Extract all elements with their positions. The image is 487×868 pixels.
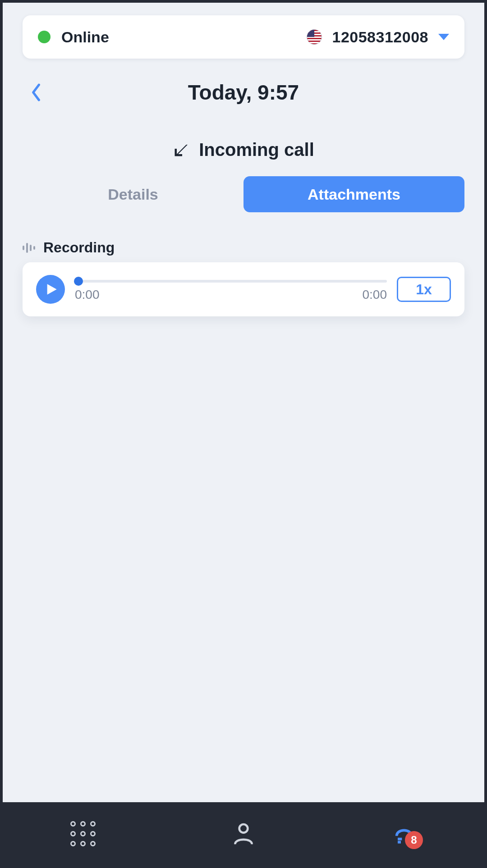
content-spacer (3, 316, 484, 802)
waveform-icon (23, 242, 35, 254)
playback-speed-label: 1x (416, 281, 432, 298)
nav-dialpad[interactable] (3, 821, 163, 846)
audio-player: 0:00 0:00 1x (23, 262, 464, 316)
phone-number: 12058312008 (332, 28, 428, 46)
back-button[interactable] (23, 79, 50, 106)
svg-point-0 (239, 824, 248, 833)
person-icon (231, 821, 256, 846)
seek-slider[interactable] (75, 277, 387, 286)
bottom-nav: 8 (3, 802, 484, 865)
recording-header: Recording (23, 239, 464, 256)
calls-badge-count: 8 (411, 834, 417, 846)
tab-attachments[interactable]: Attachments (244, 176, 464, 212)
nav-contacts[interactable] (163, 821, 324, 846)
recording-title: Recording (43, 239, 115, 256)
play-button[interactable] (36, 275, 65, 304)
phone-selector[interactable]: 12058312008 (307, 28, 449, 46)
dialpad-icon (70, 821, 96, 846)
tab-attachments-label: Attachments (308, 186, 400, 203)
play-icon (45, 283, 58, 296)
recording-section: Recording 0:00 0:00 1x (23, 239, 464, 316)
playback-speed-button[interactable]: 1x (397, 277, 451, 302)
call-direction-label: Incoming call (199, 140, 314, 160)
current-time: 0:00 (75, 288, 100, 302)
chevron-down-icon (438, 34, 449, 40)
calls-badge: 8 (405, 831, 423, 849)
status-bar: Online 12058312008 (23, 15, 464, 59)
tabs: Details Attachments (23, 176, 464, 212)
track-times: 0:00 0:00 (75, 288, 387, 302)
call-direction-row: Incoming call (3, 140, 484, 160)
seek-knob[interactable] (74, 277, 83, 286)
incoming-arrow-icon (173, 142, 189, 158)
nav-calls[interactable]: 8 (324, 821, 484, 846)
page-header: Today, 9:57 (23, 77, 464, 108)
tab-details[interactable]: Details (23, 176, 244, 212)
seek-track (75, 280, 387, 283)
status-label: Online (61, 28, 109, 46)
online-indicator-icon (38, 31, 51, 43)
page-title: Today, 9:57 (23, 80, 464, 105)
status-left: Online (38, 28, 109, 46)
tab-details-label: Details (108, 186, 158, 203)
track-area: 0:00 0:00 (75, 277, 387, 302)
chevron-left-icon (30, 83, 42, 102)
total-time: 0:00 (363, 288, 387, 302)
flag-us-icon (307, 29, 322, 45)
